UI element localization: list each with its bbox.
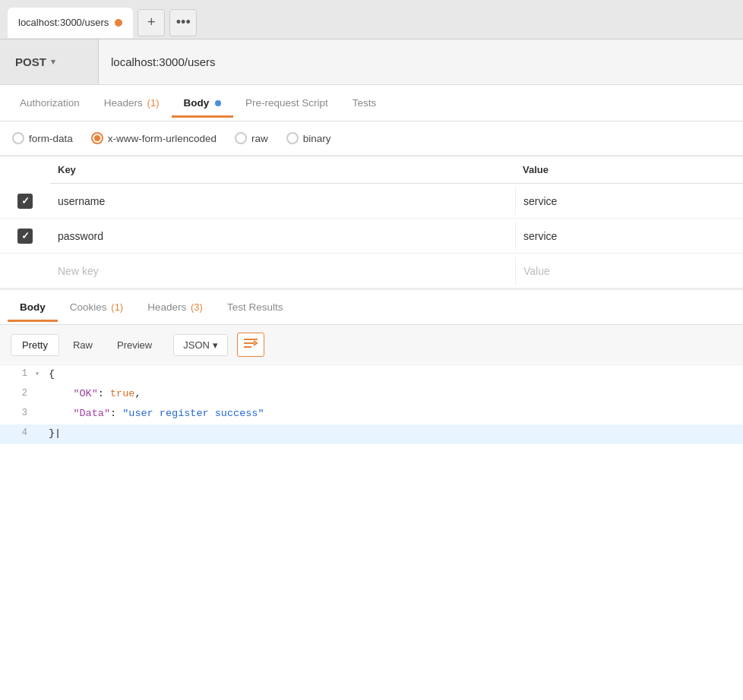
row-checkbox-username[interactable] [0,194,50,209]
line-number: 1 [0,365,35,382]
format-chevron-icon: ▾ [213,339,218,351]
col-key-header: Key [50,164,515,175]
form-params-table: Key Value username service password serv… [0,156,743,289]
val-password[interactable]: service [515,222,743,250]
radio-raw[interactable]: raw [235,132,268,144]
tab-body[interactable]: Body [172,88,234,118]
wrap-button[interactable] [237,333,264,357]
col-value-header: Value [515,164,743,175]
headers-badge: (1) [147,97,160,109]
resp-tab-cookies[interactable]: Cookies (1) [58,292,135,322]
line-content: "OK": true, [46,385,144,402]
checkbox-password[interactable] [17,229,33,244]
row-checkbox-password[interactable] [0,229,50,244]
line-number: 3 [0,405,35,421]
radio-raw-circle [235,132,247,144]
cookies-badge: (1) [111,301,123,313]
active-tab[interactable]: localhost:3000/users [8,8,133,38]
format-label: JSON [183,339,210,351]
radio-binary[interactable]: binary [286,132,331,144]
tab-authorization[interactable]: Authorization [8,88,92,118]
response-code-viewer: 1 ▾ { 2 "OK": true, 3 "Data": "user regi… [0,365,743,444]
code-line-1: 1 ▾ { [0,365,743,385]
code-line-3: 3 "Data": "user register success" [0,405,743,424]
fold-arrow [35,385,46,389]
tab-headers[interactable]: Headers (1) [92,88,172,118]
tab-pre-request-script[interactable]: Pre-request Script [233,88,340,118]
resp-tab-test-results[interactable]: Test Results [215,292,296,322]
radio-x-www-form-urlencoded[interactable]: x-www-form-urlencoded [91,132,217,144]
table-row-new: New key Value [0,254,743,289]
checkbox-username[interactable] [17,194,33,209]
method-selector[interactable]: POST ▾ [0,39,99,84]
radio-x-www-circle [91,132,103,144]
radio-binary-circle [286,132,299,144]
url-input[interactable]: localhost:3000/users [99,55,743,68]
table-row: password service [0,219,743,254]
body-dot [215,100,221,106]
new-key-input[interactable]: New key [50,257,515,285]
tab-status-dot [115,19,122,27]
fold-arrow [35,405,46,408]
key-username[interactable]: username [50,188,515,215]
fold-arrow[interactable]: ▾ [35,365,46,378]
key-password[interactable]: password [50,222,515,250]
new-tab-button[interactable]: + [138,9,165,36]
fold-arrow [35,424,46,428]
line-number: 4 [0,424,35,441]
table-row: username service [0,184,743,219]
response-tabs: Body Cookies (1) Headers (3) Test Result… [0,289,743,325]
browser-tab-bar: localhost:3000/users + ••• [0,0,743,39]
tab-title: localhost:3000/users [18,17,109,28]
format-selector[interactable]: JSON ▾ [173,334,228,356]
code-line-2: 2 "OK": true, [0,385,743,405]
code-line-4: 4 }| [0,424,743,444]
resp-tab-headers[interactable]: Headers (3) [135,292,215,322]
radio-form-data-circle [12,132,24,144]
resp-headers-badge: (3) [191,301,203,313]
line-number: 2 [0,385,35,402]
preview-button[interactable]: Preview [106,335,163,355]
line-content: { [46,365,58,383]
response-section: Body Cookies (1) Headers (3) Test Result… [0,289,743,444]
wrap-icon [243,336,258,353]
pretty-button[interactable]: Pretty [11,334,59,356]
new-value-input[interactable]: Value [515,257,743,285]
line-content: }| [46,424,64,442]
tab-tests[interactable]: Tests [340,88,389,118]
tab-more-button[interactable]: ••• [169,9,197,36]
method-chevron-icon: ▾ [51,57,55,67]
line-content: "Data": "user register success" [46,405,267,422]
radio-form-data[interactable]: form-data [12,132,73,144]
method-label: POST [15,55,46,68]
raw-button[interactable]: Raw [62,335,103,355]
body-type-selector: form-data x-www-form-urlencoded raw bina… [0,121,743,156]
request-bar: POST ▾ localhost:3000/users [0,39,743,85]
form-table-header: Key Value [50,156,743,184]
request-tabs: Authorization Headers (1) Body Pre-reque… [0,85,743,121]
viewer-toolbar: Pretty Raw Preview JSON ▾ [0,325,743,365]
val-username[interactable]: service [515,188,743,215]
resp-tab-body[interactable]: Body [8,292,58,322]
